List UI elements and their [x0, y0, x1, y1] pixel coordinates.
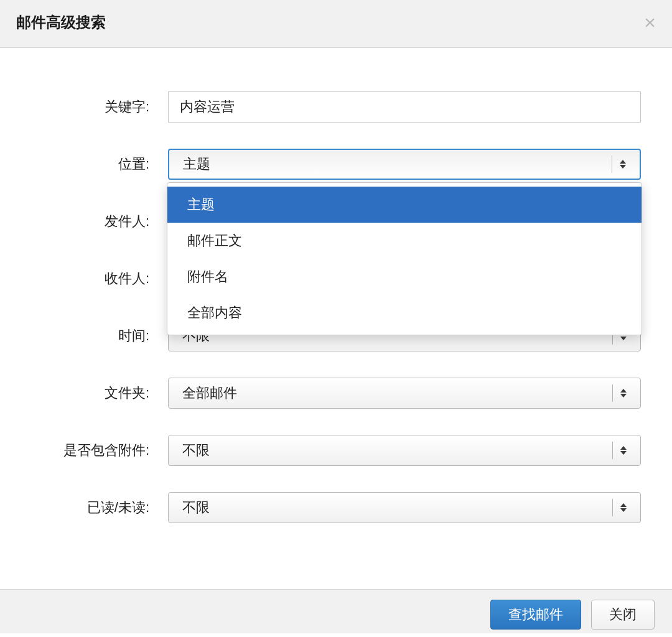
- dialog-title: 邮件高级搜索: [16, 12, 106, 32]
- label-sender: 发件人:: [25, 212, 168, 231]
- attachment-value: 不限: [182, 441, 612, 460]
- label-folder: 文件夹:: [25, 384, 168, 402]
- folder-select[interactable]: 全部邮件: [168, 378, 641, 409]
- row-location: 位置: 主题 主题 邮件正文 附件名 全部内容: [25, 149, 641, 180]
- readstatus-value: 不限: [182, 498, 612, 517]
- folder-value: 全部邮件: [182, 384, 612, 402]
- updown-icon: [620, 389, 627, 398]
- select-separator: [612, 499, 613, 516]
- dropdown-option-attachname[interactable]: 附件名: [167, 259, 642, 295]
- dialog-header: 邮件高级搜索 ×: [0, 0, 672, 48]
- updown-icon: [620, 446, 627, 455]
- row-keyword: 关键字:: [25, 91, 641, 123]
- form-area: 关键字: 位置: 主题 主题 邮件正文 附件名 全部内容 发件人:: [0, 48, 672, 574]
- dropdown-option-all[interactable]: 全部内容: [167, 295, 642, 331]
- attachment-select[interactable]: 不限: [168, 435, 641, 466]
- select-separator: [612, 156, 612, 173]
- close-icon[interactable]: ×: [644, 12, 656, 32]
- label-location: 位置:: [25, 155, 168, 174]
- dropdown-option-subject[interactable]: 主题: [167, 187, 642, 223]
- dialog-footer: 查找邮件 关闭: [0, 589, 672, 633]
- readstatus-select[interactable]: 不限: [168, 492, 641, 523]
- location-select[interactable]: 主题: [168, 149, 641, 180]
- label-readstatus: 已读/未读:: [25, 498, 168, 517]
- location-value: 主题: [183, 155, 612, 174]
- label-time: 时间:: [25, 327, 168, 345]
- label-recipient: 收件人:: [25, 269, 168, 288]
- dropdown-option-body[interactable]: 邮件正文: [167, 223, 642, 259]
- label-attachment: 是否包含附件:: [25, 441, 168, 460]
- location-dropdown: 主题 邮件正文 附件名 全部内容: [167, 182, 642, 335]
- row-folder: 文件夹: 全部邮件: [25, 378, 641, 409]
- updown-icon: [620, 160, 626, 169]
- keyword-input[interactable]: [168, 91, 641, 123]
- select-separator: [612, 384, 613, 402]
- label-keyword: 关键字:: [25, 98, 168, 116]
- updown-icon: [620, 503, 627, 512]
- select-separator: [612, 442, 613, 459]
- row-readstatus: 已读/未读: 不限: [25, 492, 641, 523]
- search-button[interactable]: 查找邮件: [490, 600, 581, 630]
- row-attachment: 是否包含附件: 不限: [25, 435, 641, 466]
- close-button[interactable]: 关闭: [591, 600, 655, 630]
